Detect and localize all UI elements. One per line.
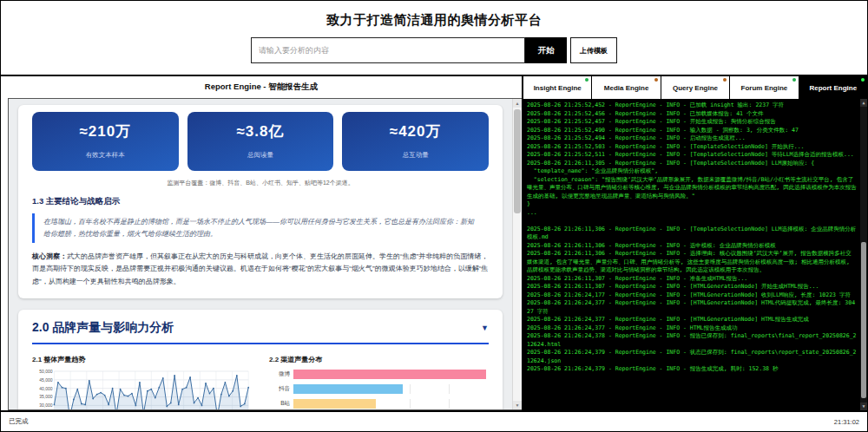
scroll-up-icon[interactable]: ▲ <box>513 99 522 108</box>
terminal-lines: 2025-08-26 21:25:52,452 - ReportEngine -… <box>527 101 857 374</box>
section-1-3-insight: 核心洞察：武大的品牌声誉资产雄厚，但其叙事正在从宏大的历史与科研成就，向更个体、… <box>32 251 489 288</box>
terminal-panel: Insight Engine Media Engine Query Engine… <box>522 76 867 410</box>
search-input[interactable] <box>251 37 525 63</box>
status-dot <box>585 78 589 82</box>
status-dot <box>861 78 865 82</box>
section-2-0-heading: 2.0 品牌声量与影响力分析 <box>32 320 174 336</box>
terminal-scrollbar[interactable]: ▲ ▼ <box>860 99 867 410</box>
terminal-scrollbar-thumb[interactable] <box>861 242 866 398</box>
status-bar: 已完成 21:31:02 <box>1 410 867 431</box>
bar-row: B站 <box>269 398 489 409</box>
main-split: Report Engine - 智能报告生成 ≈210万 有效文本样本 ≈3.8… <box>1 75 867 410</box>
terminal-log: 2025-08-26 21:25:52,452 - ReportEngine -… <box>523 99 867 410</box>
report-scrollbar[interactable]: ▲ ▼ <box>512 99 522 409</box>
bar-row: 微博 <box>269 369 489 379</box>
scroll-down-icon[interactable]: ▼ <box>513 401 522 409</box>
svg-text:40,000: 40,000 <box>39 386 52 391</box>
tab-media-engine[interactable]: Media Engine <box>592 76 661 99</box>
tab-report-engine[interactable]: Report Engine <box>799 76 867 99</box>
chart2-title: 2.2 渠道声量分布 <box>269 355 489 364</box>
stat-card-samples: ≈210万 有效文本样本 <box>32 112 179 171</box>
stat-label: 总互动量 <box>342 151 489 160</box>
report-summary-card: ≈210万 有效文本样本 ≈3.8亿 总阅读量 ≈420万 总互动量 <box>18 105 503 298</box>
report-frame: ≈210万 有效文本样本 ≈3.8亿 总阅读量 ≈420万 总互动量 <box>8 98 522 410</box>
section-2-0-header: 2.0 品牌声量与影响力分析 ▼ <box>32 320 489 344</box>
tab-insight-engine[interactable]: Insight Engine <box>523 76 592 99</box>
tab-forum-engine[interactable]: Forum Engine <box>730 76 799 99</box>
start-button[interactable]: 开始 <box>525 37 567 63</box>
status-left-text: 已完成 <box>9 417 29 426</box>
stats-row: ≈210万 有效文本样本 ≈3.8亿 总阅读量 ≈420万 总互动量 <box>32 112 489 171</box>
upload-template-button[interactable]: 上传模板 <box>570 37 617 63</box>
tab-label: Media Engine <box>604 84 649 92</box>
channel-distribution-chart-block: 2.2 渠道声量分布 微博抖音B站小红书知乎 <box>269 355 489 409</box>
report-section-2-card: 2.0 品牌声量与影响力分析 ▼ 2.1 整体声量趋势 50,00045,000… <box>18 310 503 409</box>
chart1-title: 2.1 整体声量趋势 <box>32 355 252 364</box>
tab-label: Forum Engine <box>741 84 788 92</box>
stat-value: ≈420万 <box>342 121 489 141</box>
stat-card-reads: ≈3.8亿 总阅读量 <box>187 112 334 171</box>
section-1-3-heading: 1.3 主要结论与战略启示 <box>32 196 489 207</box>
svg-text:30,000: 30,000 <box>39 403 52 408</box>
coverage-note: 监测平台覆盖：微博、抖音、B站、小红书、知乎、贴吧等12个渠道。 <box>32 179 489 187</box>
volume-trend-line-chart: 50,00045,00040,00035,00030,00025,00020,0… <box>32 369 252 409</box>
status-clock: 21:31:02 <box>834 418 859 426</box>
scroll-down-icon[interactable]: ▼ <box>860 403 867 410</box>
search-row: 开始 上传模板 <box>251 37 617 63</box>
report-panel: Report Engine - 智能报告生成 ≈210万 有效文本样本 ≈3.8… <box>1 76 522 410</box>
volume-trend-chart-block: 2.1 整体声量趋势 50,00045,00040,00035,00030,00… <box>32 355 252 409</box>
status-dot <box>792 78 796 82</box>
svg-text:35,000: 35,000 <box>39 395 52 400</box>
svg-text:50,000: 50,000 <box>39 369 52 374</box>
stat-label: 总阅读量 <box>187 151 334 160</box>
report-content: ≈210万 有效文本样本 ≈3.8亿 总阅读量 ≈420万 总互动量 <box>9 99 512 409</box>
insight-lead: 核心洞察： <box>32 252 67 260</box>
status-dot <box>723 78 727 82</box>
stat-value: ≈210万 <box>32 121 179 141</box>
stat-label: 有效文本样本 <box>32 151 179 160</box>
channel-distribution-bar-chart: 微博抖音B站小红书知乎 <box>269 369 489 409</box>
status-dot <box>654 78 658 82</box>
svg-text:45,000: 45,000 <box>39 377 52 383</box>
app-window: 致力于打造简洁通用的舆情分析平台 开始 上传模板 Report Engine -… <box>0 0 868 432</box>
tab-query-engine[interactable]: Query Engine <box>661 76 730 99</box>
tab-label: Insight Engine <box>534 84 582 92</box>
collapse-arrow-icon[interactable]: ▼ <box>481 324 489 332</box>
top-header: 致力于打造简洁通用的舆情分析平台 开始 上传模板 <box>1 1 867 75</box>
bar-row: 抖音 <box>269 383 489 394</box>
charts-row: 2.1 整体声量趋势 50,00045,00040,00035,00030,00… <box>32 355 489 409</box>
section-1-3-quote: 在珞珈山，百年名校不再是静止的博物馆，而是一场永不停止的人气现场——你可以用任何… <box>32 213 489 243</box>
tab-label: Report Engine <box>809 84 857 92</box>
stat-card-interactions: ≈420万 总互动量 <box>342 112 489 171</box>
report-panel-title: Report Engine - 智能报告生成 <box>1 76 522 98</box>
insight-body: 武大的品牌声誉资产雄厚，但其叙事正在从宏大的历史与科研成就，向更个体、更生活化的… <box>32 252 488 285</box>
engine-tabs: Insight Engine Media Engine Query Engine… <box>523 76 867 99</box>
scroll-up-icon[interactable]: ▲ <box>860 99 867 107</box>
page-title: 致力于打造简洁通用的舆情分析平台 <box>326 12 542 29</box>
tab-label: Query Engine <box>673 84 718 92</box>
report-scrollbar-thumb[interactable] <box>514 109 521 213</box>
stat-value: ≈3.8亿 <box>187 121 334 141</box>
